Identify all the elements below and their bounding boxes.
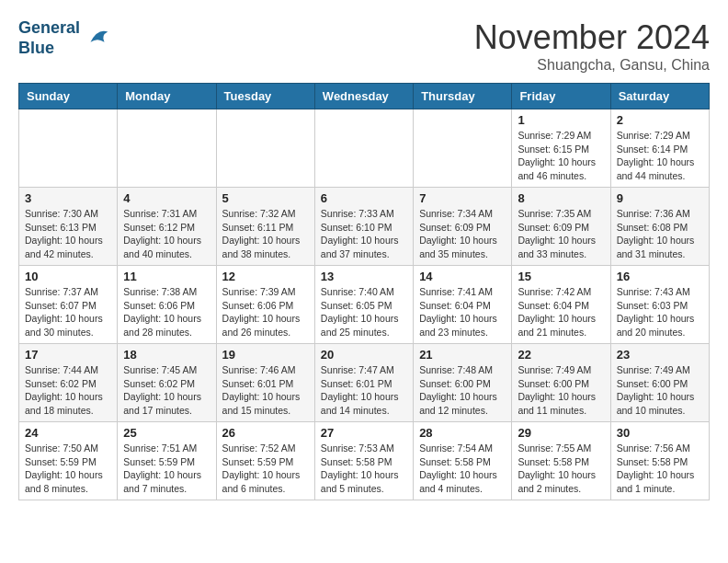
logo-text: General Blue [18, 18, 80, 58]
day-info: Sunrise: 7:37 AM Sunset: 6:07 PM Dayligh… [25, 285, 111, 339]
calendar-cell [118, 109, 216, 188]
day-info: Sunrise: 7:50 AM Sunset: 5:59 PM Dayligh… [25, 442, 111, 496]
calendar-cell [414, 109, 512, 188]
month-title: November 2024 [474, 18, 710, 57]
day-number: 14 [419, 270, 506, 283]
day-info: Sunrise: 7:32 AM Sunset: 6:11 PM Dayligh… [222, 207, 309, 261]
logo-bird-icon [84, 25, 111, 52]
calendar-cell: 2Sunrise: 7:29 AM Sunset: 6:14 PM Daylig… [610, 109, 709, 188]
calendar-cell: 8Sunrise: 7:35 AM Sunset: 6:09 PM Daylig… [512, 188, 610, 266]
calendar-cell: 13Sunrise: 7:40 AM Sunset: 6:05 PM Dayli… [314, 266, 413, 344]
day-info: Sunrise: 7:39 AM Sunset: 6:06 PM Dayligh… [222, 285, 309, 339]
day-info: Sunrise: 7:51 AM Sunset: 5:59 PM Dayligh… [123, 442, 210, 496]
calendar-cell: 25Sunrise: 7:51 AM Sunset: 5:59 PM Dayli… [118, 422, 216, 500]
calendar-cell: 9Sunrise: 7:36 AM Sunset: 6:08 PM Daylig… [610, 188, 709, 266]
day-number: 10 [25, 270, 111, 283]
calendar-cell: 26Sunrise: 7:52 AM Sunset: 5:59 PM Dayli… [216, 422, 314, 500]
day-number: 28 [419, 426, 506, 440]
calendar-body: 1Sunrise: 7:29 AM Sunset: 6:15 PM Daylig… [19, 109, 710, 500]
calendar-week-5: 24Sunrise: 7:50 AM Sunset: 5:59 PM Dayli… [19, 422, 710, 500]
day-number: 24 [25, 426, 111, 440]
day-info: Sunrise: 7:30 AM Sunset: 6:13 PM Dayligh… [25, 207, 111, 261]
calendar-cell: 1Sunrise: 7:29 AM Sunset: 6:15 PM Daylig… [512, 109, 610, 188]
calendar-cell: 5Sunrise: 7:32 AM Sunset: 6:11 PM Daylig… [216, 188, 314, 266]
calendar-cell: 16Sunrise: 7:43 AM Sunset: 6:03 PM Dayli… [610, 266, 709, 344]
day-number: 20 [321, 348, 407, 362]
weekday-header-thursday: Thursday [414, 84, 512, 109]
calendar-cell: 27Sunrise: 7:53 AM Sunset: 5:58 PM Dayli… [314, 422, 413, 500]
day-info: Sunrise: 7:36 AM Sunset: 6:08 PM Dayligh… [617, 207, 703, 261]
day-info: Sunrise: 7:48 AM Sunset: 6:00 PM Dayligh… [419, 363, 506, 418]
day-info: Sunrise: 7:41 AM Sunset: 6:04 PM Dayligh… [419, 285, 506, 339]
calendar-cell: 29Sunrise: 7:55 AM Sunset: 5:58 PM Dayli… [512, 422, 610, 500]
calendar-cell: 23Sunrise: 7:49 AM Sunset: 6:00 PM Dayli… [610, 344, 709, 422]
calendar-cell: 22Sunrise: 7:49 AM Sunset: 6:00 PM Dayli… [512, 344, 610, 422]
calendar-cell: 10Sunrise: 7:37 AM Sunset: 6:07 PM Dayli… [19, 266, 118, 344]
calendar-cell: 20Sunrise: 7:47 AM Sunset: 6:01 PM Dayli… [314, 344, 413, 422]
day-number: 22 [518, 348, 604, 362]
day-number: 15 [518, 270, 604, 283]
day-number: 21 [419, 348, 506, 362]
calendar-cell: 21Sunrise: 7:48 AM Sunset: 6:00 PM Dayli… [414, 344, 512, 422]
day-number: 23 [617, 348, 703, 362]
day-info: Sunrise: 7:52 AM Sunset: 5:59 PM Dayligh… [222, 442, 309, 496]
day-number: 18 [123, 348, 210, 362]
day-info: Sunrise: 7:55 AM Sunset: 5:58 PM Dayligh… [518, 442, 604, 496]
calendar-cell: 19Sunrise: 7:46 AM Sunset: 6:01 PM Dayli… [216, 344, 314, 422]
day-info: Sunrise: 7:49 AM Sunset: 6:00 PM Dayligh… [518, 363, 604, 418]
day-number: 8 [518, 191, 604, 205]
weekday-header-wednesday: Wednesday [314, 84, 413, 109]
day-info: Sunrise: 7:29 AM Sunset: 6:15 PM Dayligh… [518, 129, 604, 183]
day-info: Sunrise: 7:49 AM Sunset: 6:00 PM Dayligh… [617, 363, 703, 418]
weekday-header-monday: Monday [118, 84, 216, 109]
logo: General Blue [18, 18, 111, 58]
weekday-header-sunday: Sunday [19, 84, 118, 109]
day-info: Sunrise: 7:43 AM Sunset: 6:03 PM Dayligh… [617, 285, 703, 339]
day-info: Sunrise: 7:29 AM Sunset: 6:14 PM Dayligh… [617, 129, 703, 183]
day-number: 27 [321, 426, 407, 440]
weekday-header-saturday: Saturday [610, 84, 709, 109]
calendar-cell: 17Sunrise: 7:44 AM Sunset: 6:02 PM Dayli… [19, 344, 118, 422]
day-number: 1 [518, 113, 604, 127]
calendar-cell: 14Sunrise: 7:41 AM Sunset: 6:04 PM Dayli… [414, 266, 512, 344]
day-number: 4 [123, 191, 210, 205]
calendar-cell: 3Sunrise: 7:30 AM Sunset: 6:13 PM Daylig… [19, 188, 118, 266]
calendar-table: SundayMondayTuesdayWednesdayThursdayFrid… [18, 83, 710, 500]
day-number: 5 [222, 191, 309, 205]
title-section: November 2024 Shuangcha, Gansu, China [474, 18, 710, 74]
logo-line1: General [18, 18, 80, 37]
calendar-cell [314, 109, 413, 188]
weekday-header-row: SundayMondayTuesdayWednesdayThursdayFrid… [19, 84, 710, 109]
day-number: 6 [321, 191, 407, 205]
calendar-cell [19, 109, 118, 188]
calendar-week-3: 10Sunrise: 7:37 AM Sunset: 6:07 PM Dayli… [19, 266, 710, 344]
day-number: 16 [617, 270, 703, 283]
calendar-cell: 30Sunrise: 7:56 AM Sunset: 5:58 PM Dayli… [610, 422, 709, 500]
calendar-cell: 11Sunrise: 7:38 AM Sunset: 6:06 PM Dayli… [118, 266, 216, 344]
page-header: General Blue November 2024 Shuangcha, Ga… [18, 18, 710, 74]
calendar-cell: 4Sunrise: 7:31 AM Sunset: 6:12 PM Daylig… [118, 188, 216, 266]
day-info: Sunrise: 7:46 AM Sunset: 6:01 PM Dayligh… [222, 363, 309, 418]
calendar-cell [216, 109, 314, 188]
day-info: Sunrise: 7:53 AM Sunset: 5:58 PM Dayligh… [321, 442, 407, 496]
weekday-header-friday: Friday [512, 84, 610, 109]
day-number: 29 [518, 426, 604, 440]
day-number: 11 [123, 270, 210, 283]
day-info: Sunrise: 7:35 AM Sunset: 6:09 PM Dayligh… [518, 207, 604, 261]
day-info: Sunrise: 7:38 AM Sunset: 6:06 PM Dayligh… [123, 285, 210, 339]
logo-line2: Blue [18, 39, 54, 57]
calendar-week-4: 17Sunrise: 7:44 AM Sunset: 6:02 PM Dayli… [19, 344, 710, 422]
day-number: 13 [321, 270, 407, 283]
day-info: Sunrise: 7:40 AM Sunset: 6:05 PM Dayligh… [321, 285, 407, 339]
day-info: Sunrise: 7:44 AM Sunset: 6:02 PM Dayligh… [25, 363, 111, 418]
day-info: Sunrise: 7:47 AM Sunset: 6:01 PM Dayligh… [321, 363, 407, 418]
day-info: Sunrise: 7:31 AM Sunset: 6:12 PM Dayligh… [123, 207, 210, 261]
day-number: 17 [25, 348, 111, 362]
calendar-cell: 7Sunrise: 7:34 AM Sunset: 6:09 PM Daylig… [414, 188, 512, 266]
day-number: 26 [222, 426, 309, 440]
day-number: 9 [617, 191, 703, 205]
calendar-cell: 12Sunrise: 7:39 AM Sunset: 6:06 PM Dayli… [216, 266, 314, 344]
day-number: 7 [419, 191, 506, 205]
location: Shuangcha, Gansu, China [474, 57, 710, 74]
calendar-week-1: 1Sunrise: 7:29 AM Sunset: 6:15 PM Daylig… [19, 109, 710, 188]
